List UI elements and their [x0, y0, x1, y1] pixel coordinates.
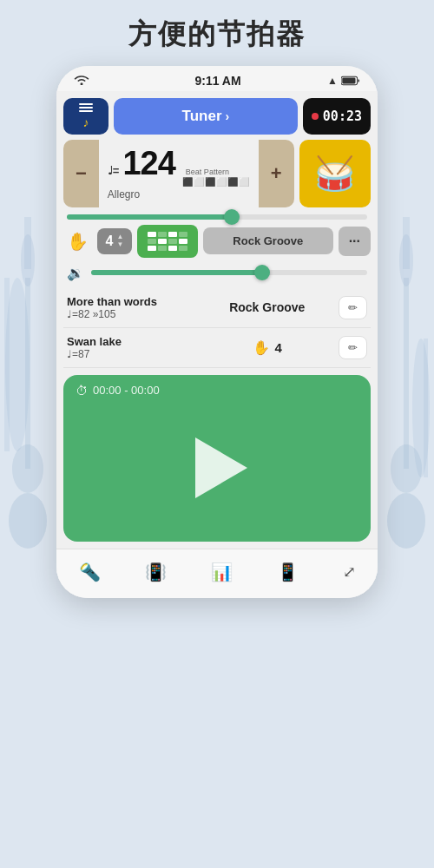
music-note-icon: ♪ [83, 115, 89, 129]
vibrate-icon: 📳 [145, 562, 167, 582]
app-content: ♪ Tuner › 00:23 − ♩= 124 Bea [56, 91, 378, 598]
volume-slider-fill [91, 270, 262, 275]
menu-music-button[interactable]: ♪ [63, 98, 108, 135]
nav-flashlight[interactable]: 🔦 [70, 558, 109, 586]
song-title: Swan lake [67, 335, 196, 348]
bpm-header: ♩= 124 Beat Pattern ⬛⬜⬛⬜⬛⬜ [108, 147, 250, 187]
play-triangle-icon [195, 437, 247, 498]
song-info: Swan lake ♩=87 [67, 335, 196, 360]
svg-point-10 [399, 234, 413, 286]
bpm-note-symbol: ♩= [108, 164, 120, 177]
menu-icon [79, 103, 93, 112]
song-bpm: ♩=82 »105 [67, 308, 196, 320]
beat-value: 4 [106, 233, 114, 249]
svg-rect-11 [403, 217, 410, 269]
drum-button[interactable]: 🥁 [299, 140, 371, 207]
svg-point-8 [391, 444, 422, 493]
play-button[interactable] [187, 437, 247, 498]
beat-down-icon: ▼ [116, 241, 123, 249]
tuner-label: Tuner [182, 108, 222, 125]
tempo-slider-row [56, 207, 378, 220]
phone-frame: 9:11 AM ▲ ♪ Tuner › [56, 66, 378, 598]
timer-button[interactable]: 00:23 [303, 98, 371, 135]
volume-slider-track[interactable] [91, 270, 367, 275]
beat-pattern-active-button[interactable] [137, 225, 198, 258]
svg-rect-9 [404, 278, 409, 469]
song-item: More than words ♩=82 »105 Rock Groove ✏ [63, 288, 371, 328]
beat-row: ✋ 4 ▲ ▼ [56, 220, 378, 258]
beat-selector[interactable]: 4 ▲ ▼ [97, 228, 132, 254]
rock-groove-label: Rock Groove [233, 234, 303, 247]
beat-pattern-dots: ⬛⬜⬛⬜⬛⬜ [182, 177, 250, 187]
volume-slider-thumb[interactable] [254, 265, 270, 280]
bottom-nav: 🔦 📳 📊 📱 ⤢ [56, 549, 378, 598]
volume-row: 🔉 [56, 258, 378, 281]
player-area: ⏱ 00:00 - 00:00 [63, 375, 371, 542]
song-pattern: ✋ 4 [203, 339, 332, 356]
song-list: More than words ♩=82 »105 Rock Groove ✏ … [56, 281, 378, 368]
svg-rect-15 [342, 77, 355, 83]
nav-chart[interactable]: 📊 [202, 558, 241, 586]
rock-groove-button[interactable]: Rock Groove [203, 227, 333, 254]
bpm-value: 124 [122, 147, 174, 180]
svg-rect-2 [25, 278, 30, 469]
top-bar: ♪ Tuner › 00:23 [56, 91, 378, 135]
beat-pattern-label: Beat Pattern [186, 168, 250, 177]
nav-fullscreen[interactable]: ⤢ [334, 559, 365, 585]
svg-point-12 [412, 339, 430, 477]
timer-display: 00:23 [323, 108, 362, 124]
svg-point-1 [12, 444, 43, 493]
record-dot-icon [312, 113, 319, 120]
fullscreen-icon: ⤢ [343, 562, 356, 582]
svg-point-5 [5, 278, 30, 451]
hand-icon: ✋ [253, 339, 270, 356]
status-right: ▲ [327, 75, 360, 87]
page-title: 方便的节拍器 [17, 16, 417, 54]
song-info: More than words ♩=82 »105 [67, 295, 196, 320]
more-options-button[interactable]: ··· [339, 227, 371, 256]
device-icon: 📱 [277, 562, 299, 582]
nav-vibrate[interactable]: 📳 [136, 558, 175, 586]
svg-point-0 [9, 493, 47, 549]
bpm-controls: − ♩= 124 Beat Pattern ⬛⬜⬛⬜⬛⬜ Allegro + [63, 140, 294, 207]
nav-device[interactable]: 📱 [268, 558, 307, 586]
chart-icon: 📊 [211, 562, 233, 582]
song-edit-button[interactable]: ✏ [339, 336, 367, 359]
flashlight-icon: 🔦 [79, 562, 101, 582]
bpm-plus-button[interactable]: + [259, 152, 294, 195]
tuner-button[interactable]: Tuner › [114, 98, 298, 135]
bpm-minus-button[interactable]: − [63, 152, 99, 195]
player-time-range: 00:00 - 00:00 [93, 384, 160, 397]
tempo-slider-track[interactable] [67, 214, 367, 220]
song-edit-button[interactable]: ✏ [339, 296, 367, 319]
location-icon: ▲ [327, 75, 338, 87]
bpm-row: − ♩= 124 Beat Pattern ⬛⬜⬛⬜⬛⬜ Allegro + 🥁 [56, 135, 378, 207]
status-bar: 9:11 AM ▲ [56, 66, 378, 91]
beat-up-down: ▲ ▼ [116, 233, 123, 249]
svg-point-3 [21, 234, 35, 286]
beat-pattern-grid [148, 232, 187, 251]
song-bpm: ♩=87 [67, 348, 196, 360]
song-title: More than words [67, 295, 196, 308]
status-time: 9:11 AM [194, 74, 240, 88]
song-pattern-label: Rock Groove [229, 300, 305, 314]
volume-icon: 🔉 [67, 265, 84, 281]
tempo-slider-thumb[interactable] [224, 209, 240, 225]
hand-tap-icon[interactable]: ✋ [63, 227, 92, 255]
bpm-display: ♩= 124 Beat Pattern ⬛⬜⬛⬜⬛⬜ Allegro [99, 140, 259, 207]
wifi-icon [74, 73, 108, 88]
song-item: Swan lake ♩=87 ✋ 4 ✏ [63, 328, 371, 368]
drum-icon: 🥁 [314, 155, 355, 193]
svg-rect-6 [4, 278, 10, 451]
song-beat-label: 4 [275, 340, 282, 355]
player-time-bar: ⏱ 00:00 - 00:00 [63, 375, 371, 403]
svg-rect-4 [24, 217, 31, 269]
tempo-label: Allegro [108, 188, 140, 201]
clock-icon: ⏱ [76, 384, 88, 398]
play-area [63, 403, 371, 542]
page-title-area: 方便的节拍器 [0, 0, 434, 66]
song-pattern: Rock Groove [203, 300, 332, 314]
more-dots-icon: ··· [349, 233, 360, 248]
svg-point-7 [387, 493, 425, 549]
tempo-slider-fill [67, 214, 232, 220]
